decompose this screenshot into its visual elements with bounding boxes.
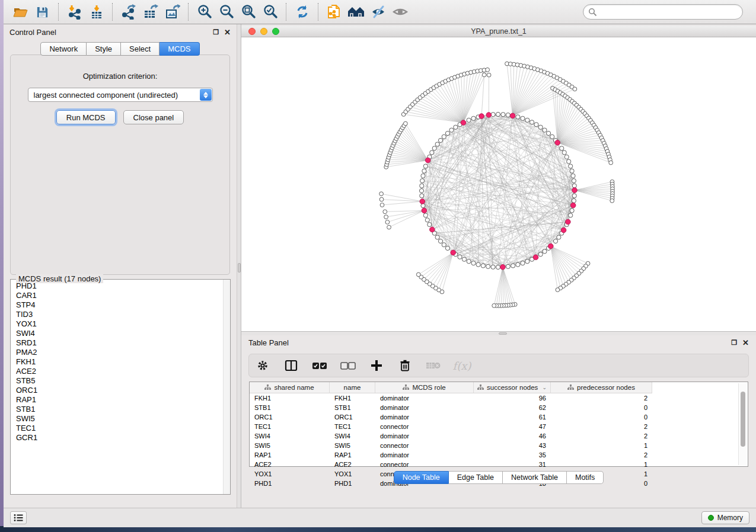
graph-node[interactable] [445, 131, 449, 135]
graph-hub-node[interactable] [561, 227, 566, 233]
mcds-result-item[interactable]: STP4 [16, 300, 222, 310]
graph-node[interactable] [438, 239, 442, 243]
tab-network[interactable]: Network [40, 42, 87, 56]
network-window-titlebar[interactable]: YPA_prune.txt_1 [241, 26, 756, 37]
graph-node[interactable] [467, 118, 471, 122]
graph-node[interactable] [482, 73, 486, 77]
mcds-result-item[interactable]: SWI5 [16, 414, 222, 424]
graph-node[interactable] [442, 243, 446, 247]
zoom-out-icon[interactable] [215, 2, 237, 21]
graph-node[interactable] [506, 264, 510, 268]
save-session-icon[interactable] [31, 2, 53, 21]
share-document-icon[interactable] [323, 2, 345, 21]
graph-node[interactable] [534, 123, 538, 127]
graph-node[interactable] [556, 288, 560, 292]
graph-node[interactable] [501, 113, 505, 117]
graph-node[interactable] [572, 198, 576, 203]
export-table-icon[interactable] [139, 2, 161, 21]
graph-node[interactable] [562, 150, 566, 155]
mcds-result-item[interactable]: RAP1 [16, 395, 222, 405]
graph-hub-node[interactable] [510, 113, 515, 118]
graph-node[interactable] [379, 197, 384, 201]
table-row[interactable]: FKH1FKH1dominator962 [250, 393, 748, 403]
mcds-result-item[interactable]: ACE2 [16, 367, 222, 376]
network-canvas[interactable] [241, 37, 756, 331]
splitter-grip[interactable] [499, 332, 507, 335]
graph-node[interactable] [572, 194, 576, 198]
table-row[interactable]: STB1STB1dominator620 [250, 403, 748, 412]
graph-node[interactable] [491, 113, 495, 117]
column-header-successor-nodes[interactable]: successor nodes⌄ [474, 382, 551, 393]
graph-node[interactable] [435, 235, 439, 239]
zoom-selected-icon[interactable] [259, 2, 281, 21]
network-search-field[interactable] [583, 4, 743, 20]
graph-node[interactable] [610, 198, 614, 203]
graph-node[interactable] [445, 246, 449, 250]
tab-edge-table[interactable]: Edge Table [449, 471, 503, 484]
hide-selected-eye-icon[interactable] [367, 2, 389, 21]
graph-node[interactable] [609, 161, 613, 165]
column-header-shared-name[interactable]: shared name [250, 382, 330, 393]
graph-node[interactable] [543, 249, 547, 254]
graph-node[interactable] [521, 116, 525, 120]
graph-node[interactable] [538, 125, 543, 129]
home-network-icon[interactable] [345, 2, 367, 21]
graph-node[interactable] [560, 146, 564, 150]
table-row[interactable]: SWI4SWI4dominator462 [250, 431, 748, 441]
mcds-result-item[interactable]: TEC1 [16, 424, 222, 433]
graph-hub-node[interactable] [486, 113, 492, 118]
table-row[interactable]: RAP1RAP1dominator352 [250, 450, 748, 460]
float-panel-icon[interactable]: ❐ [213, 28, 219, 36]
graph-node[interactable] [496, 112, 500, 116]
graph-hub-node[interactable] [451, 250, 456, 255]
graph-node[interactable] [521, 261, 525, 265]
graph-node[interactable] [525, 118, 529, 122]
column-header-MCDS-role[interactable]: MCDS role [375, 382, 474, 393]
graph-node[interactable] [546, 131, 550, 135]
tab-network-table[interactable]: Network Table [503, 471, 567, 484]
graph-hub-node[interactable] [479, 114, 484, 119]
graph-hub-node[interactable] [566, 219, 571, 225]
graph-node[interactable] [420, 179, 425, 183]
settings-gear-icon[interactable] [255, 358, 270, 373]
mcds-result-item[interactable]: ORC1 [16, 386, 222, 395]
mcds-result-item[interactable]: YOX1 [16, 319, 222, 329]
graph-node[interactable] [403, 121, 407, 126]
graph-node[interactable] [476, 262, 480, 267]
graph-node[interactable] [384, 215, 388, 219]
mcds-result-item[interactable]: STB1 [16, 405, 222, 414]
mcds-result-item[interactable]: FKH1 [16, 357, 222, 367]
graph-node[interactable] [416, 273, 420, 277]
graph-node[interactable] [442, 134, 446, 139]
column-header-predecessor-nodes[interactable]: predecessor nodes [551, 382, 652, 393]
mcds-result-item[interactable]: SWI4 [16, 329, 222, 338]
close-panel-icon[interactable]: ✕ [742, 339, 749, 347]
graph-node[interactable] [471, 261, 476, 265]
graph-node[interactable] [506, 113, 510, 117]
graph-node[interactable] [420, 194, 424, 198]
select-all-checkboxes-icon[interactable] [312, 358, 327, 373]
graph-node[interactable] [420, 184, 424, 188]
table-header-row[interactable]: shared namenameMCDS rolesuccessor nodes⌄… [250, 382, 652, 393]
table-scrollbar-thumb[interactable] [741, 392, 745, 447]
splitter-grip[interactable] [238, 263, 241, 273]
graph-hub-node[interactable] [548, 243, 553, 249]
deselect-all-checkboxes-icon[interactable] [340, 358, 356, 373]
graph-node[interactable] [423, 164, 428, 168]
graph-node[interactable] [569, 213, 573, 217]
graph-node[interactable] [449, 128, 454, 132]
table-row[interactable]: TEC1TEC1connector472 [250, 422, 748, 431]
zoom-in-icon[interactable] [193, 2, 215, 21]
add-column-icon[interactable] [369, 358, 384, 373]
graph-node[interactable] [525, 259, 529, 264]
mcds-result-item[interactable]: GCR1 [16, 433, 222, 443]
graph-node[interactable] [421, 174, 425, 178]
graph-node[interactable] [380, 203, 384, 207]
tab-motifs[interactable]: Motifs [567, 471, 604, 484]
optimization-criterion-select[interactable]: largest connected component (undirected) [28, 88, 213, 102]
graph-node[interactable] [486, 264, 490, 268]
import-table-icon[interactable] [85, 2, 107, 21]
graph-node[interactable] [492, 303, 496, 307]
graph-node[interactable] [383, 210, 387, 214]
graph-node[interactable] [511, 264, 515, 268]
